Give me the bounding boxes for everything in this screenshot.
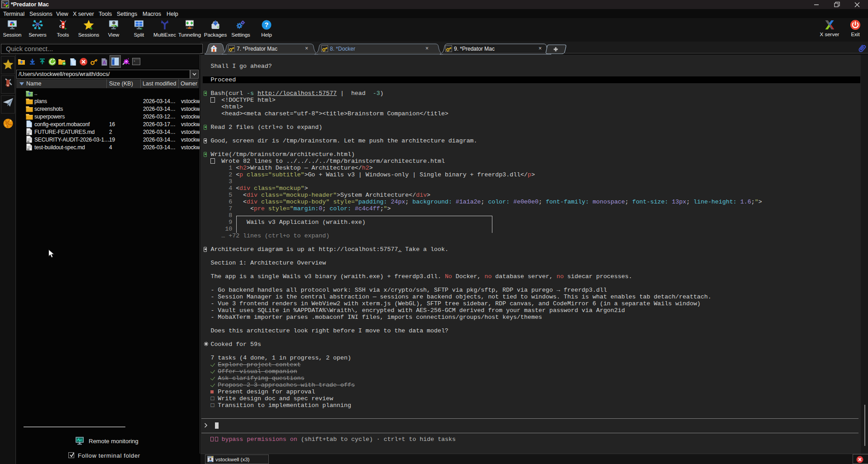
svg-text:?: ? (265, 21, 269, 28)
svg-text:>: > (134, 60, 135, 63)
svg-text:A: A (103, 60, 106, 65)
